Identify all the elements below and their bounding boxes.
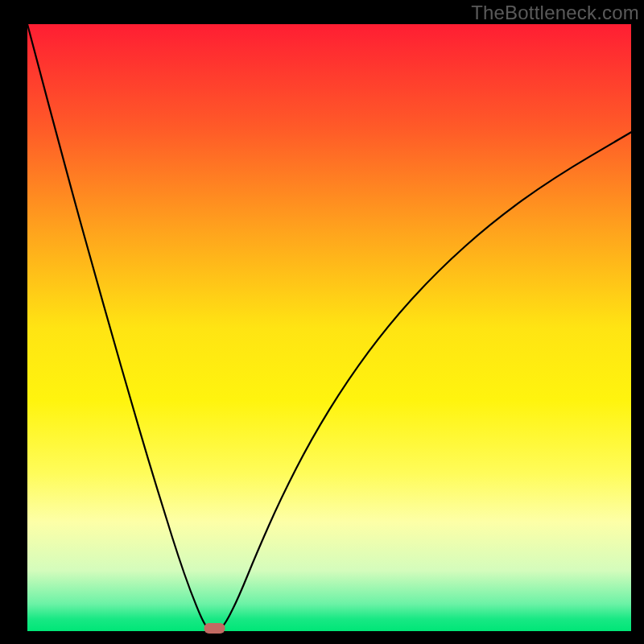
plot-background — [27, 24, 631, 631]
attribution-label: TheBottleneck.com — [471, 2, 639, 24]
min-point-marker — [204, 623, 225, 634]
chart-frame: TheBottleneck.com — [0, 0, 644, 644]
bottleneck-chart — [0, 0, 644, 644]
